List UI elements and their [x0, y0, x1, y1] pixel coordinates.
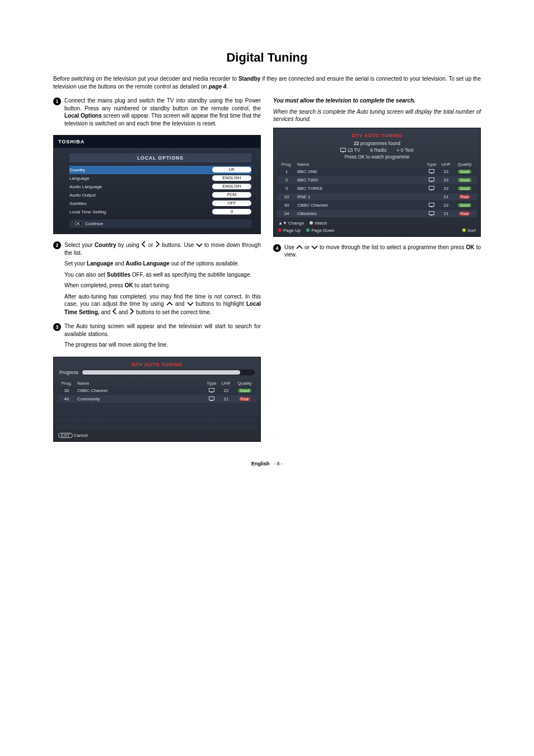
result-row[interactable]: 30CBBC Channel22Good [277, 202, 477, 209]
step-1: 1 Connect the mains plug and switch the … [53, 97, 261, 130]
blank-row [57, 404, 257, 409]
lo-field: PCM [212, 192, 251, 198]
cell: BBC THREE [295, 186, 424, 191]
found-label: programmes found [359, 141, 400, 146]
intro-page4: page 4 [209, 83, 227, 90]
cell: 22 [439, 169, 453, 174]
result-hints: ▲▼ Change Watch [277, 218, 477, 226]
cell: 21 [439, 194, 453, 199]
step2-line-a: Select your Country by using or buttons.… [64, 241, 261, 256]
chevron-up-icon [296, 245, 303, 250]
t: and [173, 301, 187, 307]
press-ok: Press OK to watch programme [277, 154, 477, 160]
t: 0 Text [401, 147, 414, 153]
tv-icon [429, 186, 434, 190]
result-row[interactable]: 3BBC THREE22Good [277, 185, 477, 192]
result-row[interactable]: 10RNE 121Poor [277, 193, 477, 200]
t: Audio Language [126, 260, 170, 267]
tv-icon [429, 178, 434, 181]
lo-row-local-time[interactable]: Local Time Setting 0 [69, 208, 251, 216]
cell: 22 [219, 388, 233, 393]
progress-bar [82, 370, 255, 375]
t: 13 TV [348, 147, 360, 153]
quality-badge: Good [458, 186, 471, 190]
blank-row [57, 424, 257, 430]
cell: BBC ONE [295, 169, 424, 174]
lo-row-subtitles[interactable]: Subtitles OFF [69, 199, 251, 208]
cell: Good [233, 388, 256, 393]
lo-row-audio-output[interactable]: Audio Output PCM [69, 191, 251, 199]
t: Page Down [311, 228, 334, 233]
step-4: 4 Use or to move through the list to sel… [273, 244, 481, 262]
lo-row-country[interactable]: Country UK [69, 166, 251, 174]
quality-badge: Good [458, 178, 471, 182]
step-3-bullet: 3 [53, 323, 61, 331]
step1-t1: Connect the mains plug and switch the TV… [64, 97, 261, 111]
cell: 2 [278, 178, 295, 183]
exit-hint: EXIT Cancel [58, 433, 88, 438]
cell: Good [453, 186, 476, 191]
lo-field: ENGLISH [212, 175, 251, 181]
step-2: 2 Select your Country by using or button… [53, 241, 261, 319]
exit-pill: EXIT [58, 433, 73, 438]
chevron-down-icon [311, 245, 318, 250]
cell: 10 [278, 194, 295, 199]
counts-row: 13 TV 9 Radio ≡ 0 Text [277, 147, 477, 153]
when-complete: When the search is complete the Auto tun… [273, 108, 481, 123]
t: OFF, as well as specifying the subtitle … [130, 272, 251, 278]
dtv-result-title: DTV AUTO TUNING [277, 133, 477, 138]
t: Subtitles [107, 272, 130, 278]
t: or [303, 244, 311, 250]
cell: CBBC Channel [75, 388, 204, 393]
lo-continue[interactable]: OK Continue [69, 220, 251, 228]
cell: 22 [439, 203, 453, 208]
lo-row-language[interactable]: Language ENGLISH [69, 174, 251, 183]
tv-icon [429, 211, 434, 215]
local-options-panel: TOSHIBA LOCAL OPTIONS Country UK Languag… [53, 135, 261, 234]
hint-watch: Watch [310, 221, 327, 226]
result-row[interactable]: 1BBC ONE22Good [277, 168, 477, 175]
cell [204, 396, 219, 402]
cell: 1 [278, 169, 295, 174]
step-1-bullet: 1 [53, 97, 61, 105]
lo-label: Language [69, 176, 212, 181]
lo-field: ENGLISH [212, 184, 251, 189]
t: buttons to highlight [194, 301, 246, 307]
cell: 21 [219, 396, 233, 402]
cell: 46 [58, 396, 75, 402]
lo-label: Local Time Setting [69, 209, 212, 214]
hdr-type: Type [424, 162, 439, 167]
result-row[interactable]: 34CBeebies21Poor [277, 210, 477, 217]
lo-row-audio-language[interactable]: Audio Language ENGLISH [69, 183, 251, 191]
scan-header-row: Prog. Name Type UHF Quality [57, 380, 257, 387]
found-line: 22 programmes found [277, 141, 477, 146]
chevron-right-icon [155, 241, 160, 248]
result-row[interactable]: 2BBC TWO22Good [277, 176, 477, 184]
blank-row [57, 417, 257, 423]
t: Country [95, 242, 116, 248]
lo-label: Audio Language [69, 184, 212, 189]
hdr-uhf: UHF [439, 162, 453, 167]
t: Change [288, 221, 304, 226]
lo-label: Country [69, 167, 212, 172]
cell: Good [453, 178, 476, 183]
t: Page Up [283, 228, 301, 233]
quality-badge: Poor [459, 212, 471, 216]
chevron-right-icon [129, 308, 134, 315]
cell: 3 [278, 186, 295, 191]
progress-label: Progress [59, 370, 78, 375]
t: Watch [315, 221, 327, 226]
scan-row: 30 CBBC Channel 22 Good [57, 387, 257, 394]
tv-count: 13 TV [340, 147, 360, 153]
cell: Poor [453, 194, 476, 199]
t: Use [284, 244, 296, 250]
step2-line-b: Set your Language and Audio Language out… [64, 260, 261, 268]
blank-row [57, 410, 257, 416]
t: to move through the list to select a pro… [318, 244, 466, 250]
cell: 22 [439, 178, 453, 183]
step-3: 3 The Auto tuning screen will appear and… [53, 323, 261, 352]
chevron-down-icon [187, 301, 194, 306]
t: buttons to set the correct time. [134, 309, 211, 315]
t: Select your [64, 242, 95, 248]
t: out of the options available. [170, 260, 240, 267]
